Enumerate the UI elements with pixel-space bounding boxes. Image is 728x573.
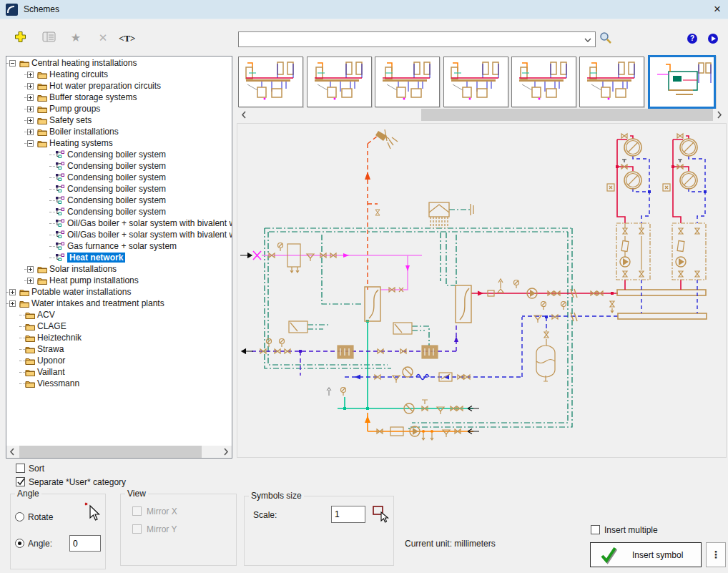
tree-item[interactable]: Vaillant: [6, 366, 232, 378]
text-symbol-button[interactable]: <T>: [119, 31, 134, 47]
scroll-right-icon[interactable]: [220, 446, 232, 458]
tree-item[interactable]: Potable water installations: [6, 286, 232, 298]
start-button[interactable]: [708, 34, 718, 44]
thumbnail[interactable]: [579, 57, 644, 107]
tree-item[interactable]: Water intakes and treatment plants: [6, 298, 232, 309]
tree-item[interactable]: Heating circuits: [6, 69, 232, 80]
tree-item[interactable]: Safety sets: [6, 114, 232, 126]
rotate-radio[interactable]: [15, 512, 24, 521]
thumbnail-selected[interactable]: [648, 55, 716, 109]
angle-input[interactable]: [69, 535, 101, 552]
tree-item[interactable]: Gas furnance + solar system: [6, 240, 232, 252]
thumbnail[interactable]: [443, 57, 508, 107]
tree-item[interactable]: Heating systems: [6, 137, 232, 149]
tree-item-label: Viessmann: [37, 378, 79, 388]
tree-item[interactable]: Pump groups: [6, 103, 232, 114]
expand-icon[interactable]: [27, 266, 34, 273]
tree-item[interactable]: Condensing boiler system: [6, 149, 232, 160]
tree-item[interactable]: CLAGE: [6, 320, 232, 332]
expand-icon[interactable]: [27, 117, 34, 124]
tree-item[interactable]: Uponor: [6, 355, 232, 366]
tree-item[interactable]: Condensing boiler system: [6, 160, 232, 172]
separate-user-category-checkbox[interactable]: [16, 477, 25, 486]
thumbnail-scrollbar-thumb[interactable]: [421, 109, 713, 121]
tree-hscrollbar-thumb[interactable]: [19, 446, 202, 458]
tree-item[interactable]: Boiler installations: [6, 126, 232, 137]
folder-icon: [19, 299, 30, 308]
mirror-y-checkbox[interactable]: [132, 524, 142, 534]
tree-item[interactable]: Heat network: [6, 252, 232, 263]
mirror-x-checkbox[interactable]: [132, 506, 142, 516]
expand-icon[interactable]: [27, 83, 34, 89]
tree-item[interactable]: Buffer storage systems: [6, 92, 232, 103]
symbols-size-group: Symbols size Scale:: [244, 496, 394, 566]
sort-checkbox[interactable]: [16, 464, 25, 473]
collapse-icon[interactable]: [27, 140, 34, 147]
expand-icon[interactable]: [27, 106, 34, 112]
scroll-left-icon[interactable]: [6, 446, 19, 458]
tree-item[interactable]: Central heating installations: [6, 57, 232, 69]
thumbnail[interactable]: [511, 57, 576, 107]
thumbnail[interactable]: [238, 57, 303, 107]
tree-item[interactable]: Heat pump installations: [6, 275, 232, 286]
thumbnail-image: [513, 59, 574, 104]
insert-multiple-checkbox[interactable]: [591, 525, 600, 534]
tree-item[interactable]: Oil/Gas boiler + solar system with bival…: [6, 217, 232, 229]
tree-item[interactable]: Oil/Gas boiler + solar system with bival…: [6, 229, 232, 240]
thumbnail-image: [309, 59, 370, 104]
tree-item[interactable]: ACV: [6, 309, 232, 320]
tree-item[interactable]: Condensing boiler system: [6, 206, 232, 217]
search-combobox[interactable]: [238, 31, 596, 47]
thumbnail[interactable]: [375, 57, 440, 107]
add-symbol-button[interactable]: [12, 31, 28, 46]
tree-item[interactable]: Condensing boiler system: [6, 183, 232, 195]
search-input[interactable]: [240, 33, 576, 46]
tree-item[interactable]: Strawa: [6, 343, 232, 355]
tree-item[interactable]: Heiztechnik: [6, 332, 232, 343]
expand-icon[interactable]: [27, 278, 34, 284]
angle-radio[interactable]: [15, 539, 24, 548]
expand-icon[interactable]: [9, 300, 16, 307]
details-view-button[interactable]: [41, 31, 56, 47]
tree-guide-line: [19, 349, 25, 350]
tree-item-label: Strawa: [37, 344, 64, 354]
folder-icon: [25, 345, 36, 354]
tree-item[interactable]: Condensing boiler system: [6, 195, 232, 206]
rotate-label: Rotate: [28, 512, 53, 522]
more-options-button[interactable]: ⋮: [706, 542, 726, 567]
folder-icon: [25, 333, 36, 343]
tree-guide-line: [49, 155, 55, 155]
chevron-down-icon[interactable]: [582, 34, 594, 46]
delete-button[interactable]: ✕: [95, 31, 111, 46]
tree-item-label: Heiztechnik: [37, 333, 82, 343]
insert-symbol-button[interactable]: Insert symbol: [590, 542, 702, 567]
tree-item[interactable]: Viessmann: [6, 378, 232, 389]
tree-hscrollbar[interactable]: [6, 446, 232, 458]
play-icon: [708, 34, 718, 44]
scroll-right-icon[interactable]: [713, 109, 725, 121]
tree-item-label: Gas furnance + solar system: [67, 241, 177, 251]
pick-scale-button[interactable]: [372, 505, 389, 526]
tree-guide-line: [49, 166, 55, 167]
scale-input[interactable]: [331, 506, 365, 523]
thumbnail[interactable]: [307, 57, 372, 107]
help-button[interactable]: ?: [687, 34, 697, 44]
expand-icon[interactable]: [27, 129, 34, 135]
tree-item[interactable]: Hot water preparation circuits: [6, 80, 232, 92]
tree-item-label: Vaillant: [37, 367, 64, 377]
tree-item[interactable]: Condensing boiler system: [6, 172, 232, 183]
scroll-left-icon[interactable]: [238, 109, 250, 121]
search-button[interactable]: [599, 31, 612, 46]
symbols-size-group-title: Symbols size: [249, 491, 304, 501]
tree-guide-line: [49, 246, 55, 247]
tree-item[interactable]: Solar installations: [6, 263, 232, 275]
collapse-icon[interactable]: [9, 60, 16, 67]
insert-multiple-label: Insert multiple: [604, 525, 658, 535]
tree-item-label: ACV: [37, 310, 55, 320]
thumbnail-scrollbar[interactable]: [237, 109, 727, 121]
close-button[interactable]: ×: [709, 1, 725, 17]
expand-icon[interactable]: [9, 289, 16, 295]
favorites-button[interactable]: ★: [68, 31, 84, 46]
expand-icon[interactable]: [27, 72, 34, 78]
expand-icon[interactable]: [27, 94, 34, 101]
